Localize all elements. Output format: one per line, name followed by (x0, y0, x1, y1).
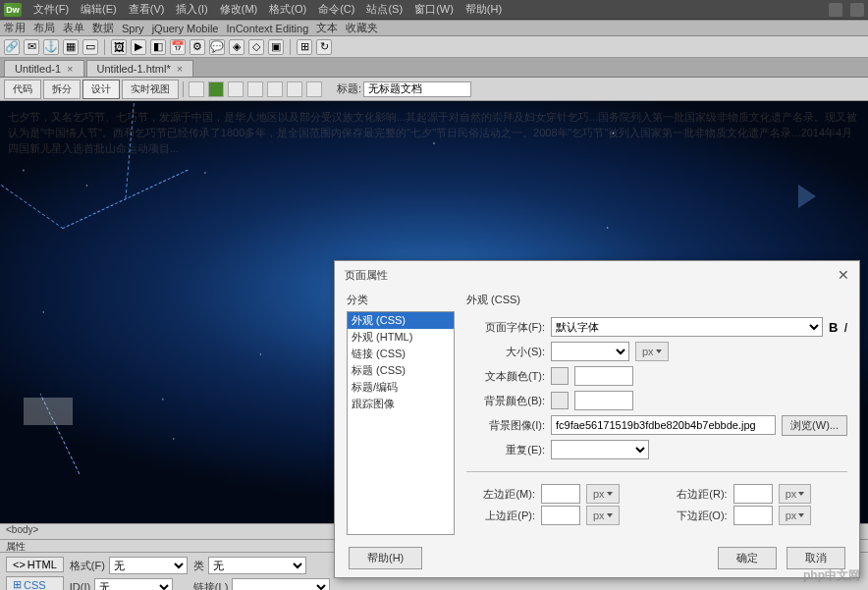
id-select[interactable]: 无 (94, 578, 173, 590)
format-select[interactable]: 无 (109, 557, 188, 574)
margin-unit-select[interactable]: px (779, 506, 812, 525)
close-icon[interactable]: ✕ (838, 267, 849, 283)
triangle-decoration (0, 101, 156, 242)
close-icon[interactable]: × (177, 63, 183, 75)
size-unit-select[interactable]: px (635, 342, 669, 361)
separator (290, 39, 291, 55)
font-label: 页面字体(F): (466, 320, 545, 335)
menu-file[interactable]: 文件(F) (33, 2, 69, 17)
menu-format[interactable]: 格式(O) (269, 2, 306, 17)
category-item-tracing[interactable]: 跟踪图像 (348, 396, 454, 412)
menu-edit[interactable]: 编辑(E) (81, 2, 117, 17)
menu-help[interactable]: 帮助(H) (465, 2, 502, 17)
text-color-swatch[interactable] (551, 367, 569, 385)
link-label: 链接(L) (193, 580, 228, 591)
category-item-links[interactable]: 链接 (CSS) (348, 346, 454, 362)
ok-button[interactable]: 确定 (718, 547, 777, 569)
play-triangle-icon (798, 185, 816, 208)
bg-color-input[interactable] (574, 391, 633, 410)
globe-icon[interactable] (208, 81, 224, 97)
options-icon[interactable] (247, 81, 263, 97)
template-icon[interactable]: ▣ (268, 39, 284, 55)
margin-left-input[interactable] (541, 484, 580, 504)
search-icon[interactable] (850, 3, 864, 17)
tab-jquery[interactable]: jQuery Mobile (152, 23, 219, 34)
bg-image-input[interactable] (551, 415, 776, 435)
text-color-input[interactable] (574, 366, 633, 386)
italic-button[interactable]: I (843, 320, 847, 335)
image-icon[interactable]: 🖼 (111, 39, 127, 55)
tab-incontext[interactable]: InContext Editing (226, 23, 308, 34)
anchor-icon[interactable]: ⚓ (43, 39, 59, 55)
title-input[interactable] (363, 81, 471, 97)
menu-modify[interactable]: 修改(M) (220, 2, 258, 17)
view-live-button[interactable]: 实时视图 (122, 80, 179, 99)
doc-tab-1[interactable]: Untitled-1 × (4, 60, 84, 77)
layout-icon[interactable] (829, 3, 842, 17)
view-design-button[interactable]: 设计 (82, 80, 120, 99)
browse-button[interactable]: 浏览(W)... (782, 415, 847, 436)
menu-command[interactable]: 命令(C) (318, 2, 354, 17)
bg-color-swatch[interactable] (551, 392, 569, 409)
widget-icon[interactable]: ◧ (150, 39, 166, 55)
tab-spry[interactable]: Spry (122, 23, 144, 34)
category-list[interactable]: 外观 (CSS) 外观 (HTML) 链接 (CSS) 标题 (CSS) 标题/… (347, 311, 455, 535)
size-select[interactable] (551, 342, 629, 361)
margin-bottom-input[interactable] (733, 506, 773, 525)
tag-icon[interactable]: ⊞ (297, 39, 312, 55)
margin-unit-select[interactable]: px (586, 506, 620, 525)
tab-layout[interactable]: 布局 (33, 21, 55, 35)
bold-button[interactable]: B (829, 320, 838, 335)
view-code-button[interactable]: 代码 (4, 80, 41, 99)
script-icon[interactable]: ◇ (248, 39, 264, 55)
check-icon[interactable] (287, 81, 302, 97)
refresh-icon[interactable] (228, 81, 244, 97)
close-icon[interactable]: × (67, 63, 73, 75)
nav-icon[interactable] (267, 81, 283, 97)
category-item-appearance-css[interactable]: 外观 (CSS) (348, 312, 454, 329)
head-icon[interactable]: ◈ (229, 39, 244, 55)
doc-tab-2[interactable]: Untitled-1.html* × (86, 60, 194, 77)
tab-common[interactable]: 常用 (4, 21, 26, 35)
margin-unit-select[interactable]: px (586, 484, 620, 504)
date-icon[interactable]: 📅 (170, 39, 186, 55)
table-icon[interactable]: ▦ (63, 39, 79, 55)
tab-fav[interactable]: 收藏夹 (346, 21, 378, 35)
help-button[interactable]: 帮助(H) (349, 547, 422, 569)
tab-text[interactable]: 文本 (316, 21, 338, 35)
comment-icon[interactable]: 💬 (209, 39, 225, 55)
margin-right-input[interactable] (733, 484, 773, 504)
tab-data[interactable]: 数据 (92, 21, 114, 35)
media-icon[interactable]: ▶ (131, 39, 146, 55)
tab-form[interactable]: 表单 (63, 21, 84, 35)
category-item-title-encoding[interactable]: 标题/编码 (348, 379, 454, 396)
menu-view[interactable]: 查看(V) (129, 2, 165, 17)
margin-top-input[interactable] (541, 506, 580, 525)
bg-color-label: 背景颜色(B): (466, 394, 545, 408)
div-icon[interactable]: ▭ (82, 39, 98, 55)
view-split-button[interactable]: 拆分 (43, 80, 81, 99)
link-icon[interactable]: 🔗 (4, 39, 20, 55)
server-icon[interactable]: ⚙ (190, 39, 205, 55)
menu-insert[interactable]: 插入(I) (176, 2, 207, 17)
category-item-appearance-html[interactable]: 外观 (HTML) (348, 329, 454, 346)
margin-right-label: 右边距(R): (659, 487, 728, 502)
form-section-title: 外观 (CSS) (466, 293, 847, 307)
margin-unit-select[interactable]: px (779, 484, 812, 504)
inspect-icon[interactable] (189, 81, 204, 97)
margin-left-label: 左边距(M): (466, 487, 535, 502)
category-item-headings[interactable]: 标题 (CSS) (348, 362, 454, 379)
menu-site[interactable]: 站点(S) (366, 2, 403, 17)
refresh-icon[interactable]: ↻ (316, 39, 332, 55)
link-select[interactable] (232, 578, 330, 590)
class-select[interactable]: 无 (208, 557, 306, 574)
html-mode-button[interactable]: <>HTML (6, 557, 64, 572)
toolbar-category-tabs: 常用 布局 表单 数据 Spry jQuery Mobile InContext… (0, 20, 868, 36)
repeat-select[interactable] (551, 440, 649, 459)
cancel-button[interactable]: 取消 (787, 547, 845, 569)
menu-window[interactable]: 窗口(W) (414, 2, 454, 17)
css-mode-button[interactable]: ⊞CSS (6, 576, 64, 590)
email-icon[interactable]: ✉ (24, 39, 39, 55)
font-select[interactable]: 默认字体 (551, 317, 823, 337)
validate-icon[interactable] (306, 81, 322, 97)
